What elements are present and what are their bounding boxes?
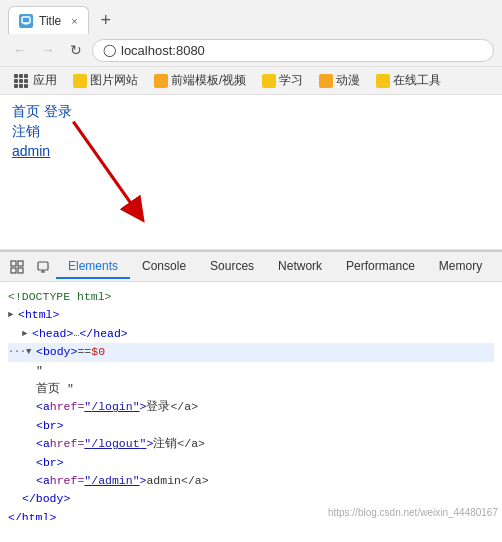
refresh-btn[interactable]: ↻ xyxy=(64,38,88,62)
bookmark-apps[interactable]: 应用 xyxy=(8,70,63,91)
login-link-text: 登录</a> xyxy=(146,398,198,416)
bookmark-frontend[interactable]: 前端模板/视频 xyxy=(148,70,252,91)
logout-link[interactable]: 注销 xyxy=(12,123,40,139)
code-line-admin: <a href= "/admin" > admin</a> xyxy=(8,472,494,490)
back-btn[interactable]: ← xyxy=(8,38,32,62)
logout-link-text: 注销</a> xyxy=(153,435,205,453)
svg-rect-4 xyxy=(11,261,16,266)
href-attr: href= xyxy=(50,398,85,416)
inspect-icon-btn[interactable] xyxy=(4,254,30,280)
br1-tag: <br> xyxy=(36,417,64,435)
devtools-tab-sources[interactable]: Sources xyxy=(198,255,266,279)
bookmarks-bar: 应用 图片网站 前端模板/视频 学习 动漫 在线工具 xyxy=(0,66,502,94)
page-content: 首页 登录 注销 admin xyxy=(0,95,502,250)
svg-rect-6 xyxy=(11,268,16,273)
code-line-body[interactable]: ··· ▼ <body> == $0 xyxy=(8,343,494,361)
logout-href[interactable]: "/logout" xyxy=(84,435,146,453)
tab-performance-label: Performance xyxy=(346,259,415,273)
nav-links-row: 首页 登录 xyxy=(12,103,490,121)
bookmark-favicon-4 xyxy=(319,74,333,88)
browser-tab[interactable]: Title × xyxy=(8,6,89,34)
tab-close-btn[interactable]: × xyxy=(71,15,77,27)
href-attr-3: href= xyxy=(50,472,85,490)
code-line-logout: <a href= "/logout" > 注销</a> xyxy=(8,435,494,453)
devtools-toolbar: Elements Console Sources Network Perform… xyxy=(0,252,502,282)
html-tag: <html> xyxy=(18,306,59,324)
devtools-panel: Elements Console Sources Network Perform… xyxy=(0,250,502,520)
url-text: localhost:8080 xyxy=(121,43,205,58)
login-href[interactable]: "/login" xyxy=(84,398,139,416)
svg-rect-1 xyxy=(24,23,28,25)
a-admin-open: <a xyxy=(36,472,50,490)
body-close-tag: </body> xyxy=(22,490,70,508)
svg-rect-0 xyxy=(22,17,30,23)
br2-tag: <br> xyxy=(36,454,64,472)
devtools-tab-memory[interactable]: Memory xyxy=(427,255,494,279)
logout-href-val: /logout xyxy=(91,437,139,450)
tab-title: Title xyxy=(39,14,61,28)
code-line-html: ► <html> xyxy=(8,306,494,324)
device-icon-btn[interactable] xyxy=(30,254,56,280)
bookmark-favicon-2 xyxy=(154,74,168,88)
forward-btn[interactable]: → xyxy=(36,38,60,62)
bookmark-image-site[interactable]: 图片网站 xyxy=(67,70,144,91)
bookmark-label-4: 动漫 xyxy=(336,72,360,89)
url-bar[interactable]: ◯ localhost:8080 xyxy=(92,39,494,62)
head-close-tag: </head> xyxy=(79,325,127,343)
doctype-text: <!DOCTYPE html> xyxy=(8,288,112,306)
tab-console-label: Console xyxy=(142,259,186,273)
bookmark-favicon-5 xyxy=(376,74,390,88)
devtools-tab-console[interactable]: Console xyxy=(130,255,198,279)
code-line-br2: <br> xyxy=(8,454,494,472)
tab-sources-label: Sources xyxy=(210,259,254,273)
body-tag: <body> xyxy=(36,343,77,361)
tab-favicon xyxy=(19,14,33,28)
devtools-tab-elements[interactable]: Elements xyxy=(56,255,130,279)
bookmark-label-5: 在线工具 xyxy=(393,72,441,89)
admin-href-val: /admin xyxy=(91,474,132,487)
devtools-tab-network[interactable]: Network xyxy=(266,255,334,279)
devtools-code-view: <!DOCTYPE html> ► <html> ► <head> … </he… xyxy=(0,282,502,520)
bookmark-label-1: 图片网站 xyxy=(90,72,138,89)
code-line-text2: 首页 " xyxy=(8,380,494,398)
bookmark-anime[interactable]: 动漫 xyxy=(313,70,366,91)
bookmark-tools[interactable]: 在线工具 xyxy=(370,70,447,91)
html-close-tag: </html> xyxy=(8,509,56,520)
home-text: 首页 " xyxy=(36,380,74,398)
code-line-body-close: </body> xyxy=(8,490,494,508)
tab-elements-label: Elements xyxy=(68,259,118,273)
code-line-head: ► <head> … </head> xyxy=(8,325,494,343)
bookmark-study[interactable]: 学习 xyxy=(256,70,309,91)
login-href-val: /login xyxy=(91,400,132,413)
bookmark-label-2: 前端模板/视频 xyxy=(171,72,246,89)
home-link[interactable]: 首页 xyxy=(12,103,40,121)
bookmark-label-3: 学习 xyxy=(279,72,303,89)
text-quote: " xyxy=(36,362,43,380)
back-icon: ← xyxy=(13,42,27,58)
lock-icon: ◯ xyxy=(103,43,116,57)
a-logout-open: <a xyxy=(36,435,50,453)
expand-html-icon[interactable]: ► xyxy=(8,308,18,322)
a-login-close-bracket: > xyxy=(140,398,147,416)
login-link[interactable]: 登录 xyxy=(44,103,72,121)
admin-link[interactable]: admin xyxy=(12,143,50,159)
bookmark-favicon-1 xyxy=(73,74,87,88)
devtools-tab-performance[interactable]: Performance xyxy=(334,255,427,279)
watermark: https://blog.csdn.net/weixin_44480167 xyxy=(328,507,498,518)
address-bar: ← → ↻ ◯ localhost:8080 xyxy=(0,34,502,66)
forward-icon: → xyxy=(41,42,55,58)
expand-head-icon[interactable]: ► xyxy=(22,327,32,341)
tab-bar: Title × + xyxy=(0,0,502,34)
svg-rect-5 xyxy=(18,261,23,266)
body-equals: == xyxy=(77,343,91,361)
expand-body-icon[interactable]: ▼ xyxy=(26,345,36,359)
href-attr-2: href= xyxy=(50,435,85,453)
apps-grid-icon xyxy=(14,74,28,88)
admin-href[interactable]: "/admin" xyxy=(84,472,139,490)
tab-network-label: Network xyxy=(278,259,322,273)
dots-icon: ··· xyxy=(8,344,26,360)
new-tab-btn[interactable]: + xyxy=(93,7,119,33)
a-admin-close-bracket: > xyxy=(140,472,147,490)
code-line-login: <a href= "/login" > 登录</a> xyxy=(8,398,494,416)
head-tag: <head> xyxy=(32,325,73,343)
